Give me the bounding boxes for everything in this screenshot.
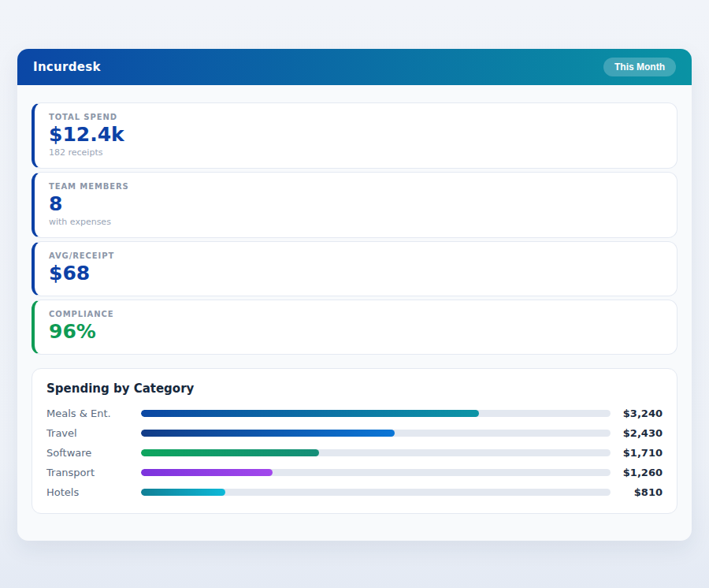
chart-row: Hotels$810 bbox=[46, 482, 663, 502]
bar-fill bbox=[141, 410, 479, 417]
stat-value: $12.4k bbox=[49, 123, 663, 147]
chart-row: Transport$1,260 bbox=[46, 463, 663, 482]
bar-track bbox=[141, 489, 611, 496]
bar-track bbox=[141, 469, 611, 476]
stat-label: TEAM MEMBERS bbox=[49, 182, 663, 191]
chart-row: Meals & Ent.$3,240 bbox=[46, 404, 663, 423]
category-label: Transport bbox=[46, 467, 141, 478]
spending-chart-card: Spending by Category Meals & Ent.$3,240T… bbox=[32, 368, 677, 514]
chart-row: Travel$2,430 bbox=[46, 423, 663, 443]
bar-fill bbox=[141, 430, 395, 437]
stat-card: COMPLIANCE 96% bbox=[32, 300, 677, 355]
stat-label: AVG/RECEIPT bbox=[49, 251, 663, 260]
bar-fill bbox=[141, 449, 319, 456]
bar-value: $1,710 bbox=[618, 447, 663, 459]
bar-value: $2,430 bbox=[618, 427, 663, 439]
chart-title: Spending by Category bbox=[46, 381, 663, 396]
stat-card: TEAM MEMBERS 8 with expenses bbox=[32, 172, 677, 238]
stat-value: 96% bbox=[49, 320, 663, 344]
category-label: Meals & Ent. bbox=[46, 408, 141, 419]
stat-sub: 182 receipts bbox=[49, 147, 663, 158]
category-label: Hotels bbox=[46, 486, 141, 498]
app-body: TOTAL SPEND $12.4k 182 receipts TEAM MEM… bbox=[17, 85, 692, 531]
bar-value: $1,260 bbox=[618, 467, 663, 478]
app-title: Incurdesk bbox=[33, 60, 101, 74]
stat-label: TOTAL SPEND bbox=[49, 113, 663, 121]
category-label: Travel bbox=[46, 427, 141, 439]
stat-value: 8 bbox=[49, 192, 663, 216]
bar-track bbox=[141, 449, 611, 456]
stat-card: TOTAL SPEND $12.4k 182 receipts bbox=[32, 102, 677, 169]
stat-value: $68 bbox=[49, 262, 663, 285]
bar-value: $3,240 bbox=[618, 408, 663, 419]
bar-fill bbox=[141, 489, 225, 496]
stat-sub: with expenses bbox=[49, 217, 663, 227]
bar-value: $810 bbox=[618, 486, 663, 498]
bar-track bbox=[141, 430, 611, 437]
bar-fill bbox=[141, 469, 273, 476]
dashboard-container: Incurdesk This Month TOTAL SPEND $12.4k … bbox=[17, 49, 692, 541]
app-header: Incurdesk This Month bbox=[17, 49, 692, 85]
stat-label: COMPLIANCE bbox=[49, 310, 663, 318]
chart-rows: Meals & Ent.$3,240Travel$2,430Software$1… bbox=[46, 404, 663, 502]
chart-row: Software$1,710 bbox=[46, 443, 663, 463]
bar-track bbox=[141, 410, 611, 417]
stat-card: AVG/RECEIPT $68 bbox=[32, 241, 677, 296]
category-label: Software bbox=[46, 447, 141, 459]
period-badge[interactable]: This Month bbox=[603, 58, 676, 76]
